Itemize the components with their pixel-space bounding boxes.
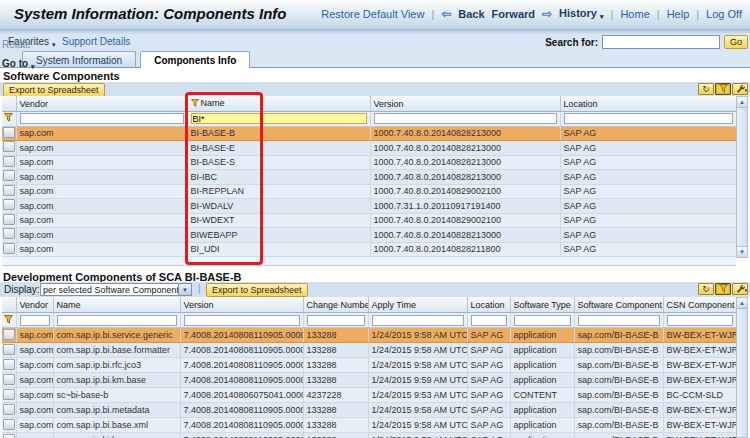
column-header-apply-time[interactable]: Apply Time <box>368 297 467 313</box>
row-selector-cell[interactable] <box>2 358 16 373</box>
tab[interactable]: Components Info <box>140 51 250 68</box>
filter-input-apply-time[interactable] <box>372 315 464 326</box>
display-select[interactable]: per selected Software Component ▼ <box>40 283 192 296</box>
dev-component-row[interactable]: sap.com com.sap.ip.bi.km.base 7.4008.201… <box>2 373 736 388</box>
column-header-change-number[interactable]: Change Number <box>303 297 368 313</box>
row-selector-cell[interactable] <box>2 228 16 243</box>
row-select-button[interactable] <box>3 243 15 254</box>
column-header-csn-component[interactable]: CSN Component <box>663 297 736 313</box>
row-selector-cell[interactable] <box>2 126 16 141</box>
software-component-row[interactable]: sap.com BI_UDI 1000.7.40.8.0.20140828211… <box>2 242 736 257</box>
row-select-button[interactable] <box>3 141 15 152</box>
refresh-icon[interactable]: ↻ <box>698 283 714 295</box>
column-header-software-type[interactable]: Software Type <box>510 297 574 313</box>
dev-component-row[interactable]: sap.com com.sap.ip.bi.rfc.jco3 7.4008.20… <box>2 358 736 373</box>
software-component-row[interactable]: sap.com BI-WDALV 1000.7.31.1.0.201109171… <box>2 199 736 214</box>
personalize-icon[interactable]: ▾ <box>732 83 748 95</box>
home-link[interactable]: Home <box>620 8 649 20</box>
software-component-row[interactable]: sap.com BI-WDEXT 1000.7.40.8.0.201408290… <box>2 213 736 228</box>
scroll-up-icon[interactable]: ▲ <box>737 97 747 108</box>
refresh-icon[interactable]: ↻ <box>698 83 714 95</box>
scroll-up-icon[interactable]: ▲ <box>737 298 747 309</box>
filter-input-software-component[interactable] <box>578 315 660 326</box>
row-select-button[interactable] <box>3 156 15 167</box>
filter-input-vendor[interactable] <box>20 113 184 124</box>
row-selector-cell[interactable] <box>2 433 16 438</box>
log-off-link[interactable]: Log Off <box>706 8 742 20</box>
column-header-vendor[interactable]: Vendor <box>16 96 187 112</box>
restore-default-view-link[interactable]: Restore Default View <box>321 8 424 20</box>
row-select-button[interactable] <box>3 404 15 415</box>
row-select-button[interactable] <box>3 127 15 138</box>
filter-input-location[interactable] <box>564 113 733 124</box>
column-header-name[interactable]: Name <box>53 297 180 313</box>
software-component-row[interactable]: sap.com BI-REPPLAN 1000.7.40.8.0.2014082… <box>2 184 736 199</box>
row-select-button[interactable] <box>3 228 15 239</box>
dropdown-arrow-icon[interactable]: ▼ <box>178 284 191 295</box>
software-component-row[interactable]: sap.com BI-BASE-B 1000.7.40.8.0.20140828… <box>2 126 736 141</box>
filter-input-software-type[interactable] <box>514 315 571 326</box>
filter-input-name[interactable] <box>191 113 367 124</box>
row-selector-cell[interactable] <box>2 141 16 156</box>
row-selector-cell[interactable] <box>2 418 16 433</box>
forward-arrow-icon[interactable]: ⇨ <box>542 9 552 19</box>
dev-component-row[interactable]: sap.com sc~bi-base-b 7.4008.201408060750… <box>2 388 736 403</box>
column-header-name[interactable]: Name <box>187 96 370 112</box>
export-to-spreadsheet-button[interactable]: Export to Spreadsheet <box>3 83 105 97</box>
row-selector-cell[interactable] <box>2 242 16 257</box>
dev-component-row[interactable]: sap.com com.sap.ip.bi.base.xml 7.4008.20… <box>2 418 736 433</box>
column-header-version[interactable]: Version <box>180 297 303 313</box>
filter-input-version[interactable] <box>184 315 300 326</box>
filter-input-vendor[interactable] <box>20 315 50 326</box>
software-component-row[interactable]: sap.com BI-BASE-E 1000.7.40.8.0.20140828… <box>2 141 736 156</box>
row-selector-cell[interactable] <box>2 403 16 418</box>
dev-component-row[interactable]: sap.com com.sap.ip.bi.base 7.4008.201408… <box>2 433 736 438</box>
filter-input-location[interactable] <box>471 315 507 326</box>
back-link[interactable]: Back <box>458 8 484 20</box>
row-selector-cell[interactable] <box>2 328 16 343</box>
back-arrow-icon[interactable]: ⇦ <box>441 9 451 19</box>
row-selector-cell[interactable] <box>2 373 16 388</box>
row-select-button[interactable] <box>3 419 15 430</box>
row-selector-cell[interactable] <box>2 199 16 214</box>
column-header-location[interactable]: Location <box>467 297 510 313</box>
row-selector-cell[interactable] <box>2 343 16 358</box>
row-select-button[interactable] <box>3 359 15 370</box>
row-select-button[interactable] <box>3 389 15 400</box>
support-details-link[interactable]: Support Details <box>62 36 130 47</box>
export-to-spreadsheet-button-2[interactable]: Export to Spreadsheet <box>206 283 308 297</box>
table2-scrollbar[interactable]: ▲ <box>736 297 748 438</box>
column-header-version[interactable]: Version <box>370 96 560 112</box>
filter-toggle-icon[interactable] <box>715 83 731 95</box>
row-select-button[interactable] <box>3 374 15 385</box>
row-select-button[interactable] <box>3 434 15 438</box>
row-selector-cell[interactable] <box>2 184 16 199</box>
column-header-vendor[interactable]: Vendor <box>16 297 53 313</box>
forward-link[interactable]: Forward <box>492 8 535 20</box>
software-component-row[interactable]: sap.com BI-BASE-S 1000.7.40.8.0.20140828… <box>2 155 736 170</box>
column-header-software-component[interactable]: Software Component <box>574 297 663 313</box>
dev-component-row[interactable]: sap.com com.sap.ip.bi.metadata 7.4008.20… <box>2 403 736 418</box>
dev-component-row[interactable]: sap.com com.sap.ip.bi.base.formatter 7.4… <box>2 343 736 358</box>
filter-input-change-number[interactable] <box>307 315 365 326</box>
filter-input-version[interactable] <box>374 113 557 124</box>
help-link[interactable]: Help <box>667 8 690 20</box>
row-select-button[interactable] <box>3 199 15 210</box>
filter-toggle-icon[interactable] <box>715 283 731 295</box>
row-selector-cell[interactable] <box>2 213 16 228</box>
row-select-button[interactable] <box>3 214 15 225</box>
software-component-row[interactable]: sap.com BIWEBAPP 1000.7.40.8.0.201408282… <box>2 228 736 243</box>
row-select-button[interactable] <box>3 170 15 181</box>
table1-scrollbar[interactable]: ▲ ▼ <box>736 96 748 258</box>
software-component-row[interactable]: sap.com BI-IBC 1000.7.40.8.0.20140828213… <box>2 170 736 185</box>
scroll-down-icon[interactable]: ▼ <box>737 246 747 257</box>
column-header-location[interactable]: Location <box>560 96 736 112</box>
filter-input-csn-component[interactable] <box>667 315 733 326</box>
row-selector-cell[interactable] <box>2 155 16 170</box>
filter-input-name[interactable] <box>57 315 177 326</box>
tab[interactable]: System Information <box>22 51 136 67</box>
dev-component-row[interactable]: sap.com com.sap.ip.bi.service.generic 7.… <box>2 328 736 343</box>
row-selector-cell[interactable] <box>2 388 16 403</box>
search-input[interactable] <box>602 35 720 49</box>
row-select-button[interactable] <box>3 344 15 355</box>
